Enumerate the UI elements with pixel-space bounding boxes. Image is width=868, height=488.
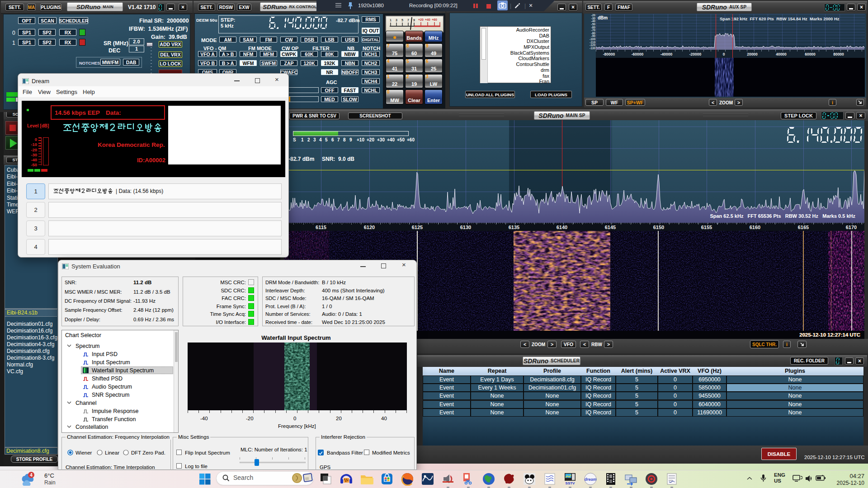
svg-text:SSTV: SSTV bbox=[566, 481, 576, 485]
svg-text:+40: +40 bbox=[425, 18, 430, 21]
svg-text:+60: +60 bbox=[432, 18, 437, 21]
svg-text:9: 9 bbox=[413, 19, 415, 22]
svg-text:1: 1 bbox=[390, 19, 392, 22]
svg-text:7: 7 bbox=[407, 19, 409, 22]
svg-text:4: 4 bbox=[30, 473, 33, 478]
svg-text:5: 5 bbox=[401, 19, 403, 22]
svg-text:dream: dream bbox=[584, 477, 596, 482]
svg-text:3: 3 bbox=[396, 19, 397, 22]
svg-text:+20: +20 bbox=[418, 18, 424, 21]
